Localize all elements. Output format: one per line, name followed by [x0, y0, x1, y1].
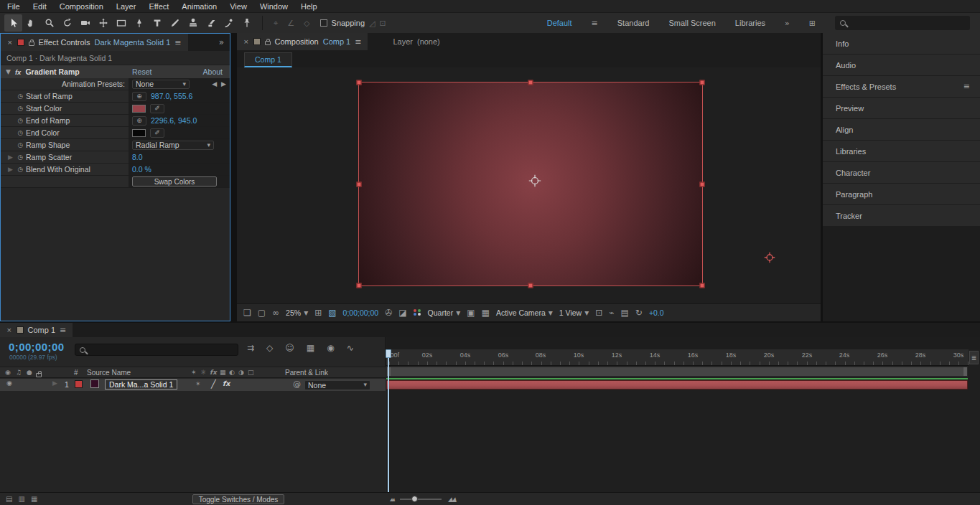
- twirl-closed-icon[interactable]: ▶: [6, 166, 15, 173]
- layer-name[interactable]: Dark Ma...a Solid 1: [105, 379, 177, 390]
- eyedropper-icon[interactable]: ✐: [150, 128, 164, 138]
- panel-header-tracker[interactable]: Tracker: [823, 205, 980, 226]
- about-link[interactable]: About: [203, 67, 223, 76]
- next-preset-icon[interactable]: ▶: [221, 81, 226, 88]
- end-of-ramp-value[interactable]: 2296.6, 945.0: [151, 116, 197, 125]
- layer-fx-switch[interactable]: fx: [223, 380, 230, 387]
- expand-in-out-icon[interactable]: ▦: [31, 496, 37, 503]
- layer-viewer-tab[interactable]: Layer (none): [386, 33, 446, 50]
- layer-quality-switch[interactable]: ╱: [211, 380, 216, 388]
- parent-dropdown[interactable]: None ▾: [304, 380, 370, 390]
- roto-brush-tool[interactable]: [220, 14, 238, 32]
- composition-viewer[interactable]: [237, 67, 821, 303]
- rotation-tool[interactable]: [58, 14, 76, 32]
- workspace-default[interactable]: Default: [547, 19, 572, 27]
- fast-previews-icon[interactable]: ⌁: [609, 308, 614, 317]
- effect-point-icon[interactable]: ⊕: [132, 116, 146, 126]
- always-preview-icon[interactable]: ❏: [243, 308, 251, 317]
- lock-column-icon[interactable]: [36, 373, 42, 377]
- audio-column-icon[interactable]: ♫: [16, 369, 22, 376]
- menu-file[interactable]: File: [7, 2, 20, 11]
- view-axis-icon[interactable]: ◇: [304, 19, 309, 27]
- ramp-scatter-value[interactable]: 8.0: [132, 153, 143, 161]
- snapping-checkbox[interactable]: [320, 19, 327, 27]
- selection-handle[interactable]: [528, 80, 533, 85]
- view-layout-dropdown[interactable]: 1 View ▾: [559, 308, 589, 317]
- timeline-tab[interactable]: × Comp 1 ≡: [0, 323, 73, 337]
- effect-controls-tab[interactable]: × Effect Controls Dark Magenta Solid 1 ≡: [1, 34, 188, 51]
- zoom-out-icon[interactable]: ▲▲: [390, 497, 393, 501]
- frame-blending-icon[interactable]: ▦: [307, 344, 314, 352]
- panel-header-info[interactable]: Info: [823, 33, 980, 54]
- start-of-ramp-value[interactable]: 987.0, 555.6: [151, 92, 192, 100]
- menu-effect[interactable]: Effect: [149, 2, 169, 11]
- end-color-swatch[interactable]: [132, 129, 146, 137]
- viewer-tab-comp1[interactable]: Comp 1: [244, 52, 292, 67]
- selection-handle[interactable]: [357, 283, 362, 288]
- share-view-icon[interactable]: ∞: [272, 308, 279, 317]
- draft-3d-icon[interactable]: ◇: [266, 344, 273, 352]
- snap-edges-icon[interactable]: ◿: [369, 19, 375, 27]
- pan-behind-tool[interactable]: [94, 14, 112, 32]
- workspace-overflow-icon[interactable]: »: [785, 19, 790, 27]
- snapshot-icon[interactable]: ✇: [385, 308, 392, 317]
- menu-window[interactable]: Window: [260, 2, 288, 11]
- menu-help[interactable]: Help: [301, 2, 317, 11]
- selection-handle[interactable]: [700, 283, 705, 288]
- pen-tool[interactable]: [130, 14, 148, 32]
- effect-name[interactable]: Gradient Ramp: [25, 67, 79, 76]
- selection-handle[interactable]: [357, 181, 362, 187]
- solo-column-icon[interactable]: ●: [27, 369, 32, 376]
- eraser-tool[interactable]: [202, 14, 220, 32]
- parent-pickwhip-icon[interactable]: @: [293, 380, 301, 388]
- mini-flowchart-icon[interactable]: ⇉: [247, 344, 254, 352]
- layer-twirl-icon[interactable]: ▶: [52, 380, 57, 387]
- layer-visibility-icon[interactable]: ◉: [6, 380, 12, 387]
- close-icon[interactable]: ×: [243, 39, 249, 45]
- grid-guides-icon[interactable]: ⊞: [314, 308, 322, 317]
- swap-colors-button[interactable]: Swap Colors: [132, 176, 217, 187]
- time-ruler[interactable]: :00f 02s 04s 06s 08s 10s 12s 14s 16s 18s…: [386, 349, 969, 366]
- animation-presets-dropdown[interactable]: None ▾: [132, 80, 190, 89]
- hide-shy-icon[interactable]: ☺: [285, 344, 294, 352]
- selection-handle[interactable]: [357, 80, 362, 85]
- parent-link-column[interactable]: Parent & Link: [285, 369, 328, 377]
- menu-animation[interactable]: Animation: [182, 2, 217, 11]
- menu-layer[interactable]: Layer: [116, 2, 136, 11]
- twirl-open-icon[interactable]: ▼: [6, 69, 11, 75]
- zoom-slider-knob[interactable]: [411, 496, 418, 502]
- close-icon[interactable]: ×: [6, 327, 12, 334]
- fx-badge-icon[interactable]: fx: [15, 68, 21, 76]
- show-channel-icon[interactable]: [414, 309, 421, 316]
- help-search-field[interactable]: [835, 16, 970, 30]
- panel-menu-icon[interactable]: ≡: [355, 38, 361, 46]
- workspace-small-screen[interactable]: Small Screen: [668, 19, 715, 27]
- selection-tool[interactable]: [4, 14, 22, 32]
- camera-dropdown[interactable]: Active Camera ▾: [496, 308, 553, 317]
- eyedropper-icon[interactable]: ✐: [150, 104, 164, 113]
- show-snapshot-icon[interactable]: ◪: [398, 308, 406, 317]
- layer-label-color[interactable]: [75, 380, 83, 388]
- snap-features-icon[interactable]: ⊡: [380, 19, 386, 27]
- panel-menu-icon[interactable]: ≡: [174, 39, 181, 47]
- stopwatch-icon[interactable]: ◷: [15, 166, 26, 173]
- work-area-bar[interactable]: [386, 367, 968, 377]
- local-axis-icon[interactable]: ⌖: [274, 19, 278, 27]
- brush-tool[interactable]: [166, 14, 184, 32]
- video-column-icon[interactable]: ◉: [5, 369, 11, 376]
- panel-header-audio[interactable]: Audio: [823, 55, 980, 75]
- rectangle-tool[interactable]: [112, 14, 130, 32]
- ramp-end-point-handle[interactable]: [765, 252, 775, 265]
- start-color-swatch[interactable]: [132, 105, 146, 113]
- selection-handle[interactable]: [528, 283, 533, 288]
- breadcrumb[interactable]: Comp 1 · Dark Magenta Solid 1: [1, 51, 230, 65]
- ramp-start-point-handle[interactable]: [529, 175, 541, 189]
- close-icon[interactable]: ×: [7, 39, 13, 46]
- selection-handle[interactable]: [700, 181, 705, 187]
- workspace-libraries[interactable]: Libraries: [735, 19, 765, 27]
- zoom-in-icon[interactable]: ▲▲: [448, 496, 455, 503]
- puppet-pin-tool[interactable]: [238, 14, 256, 32]
- comp-marker-bin[interactable]: ≣: [969, 351, 979, 364]
- expand-transfer-controls-icon[interactable]: ▥: [18, 496, 24, 503]
- motion-blur-icon[interactable]: ◉: [327, 344, 334, 352]
